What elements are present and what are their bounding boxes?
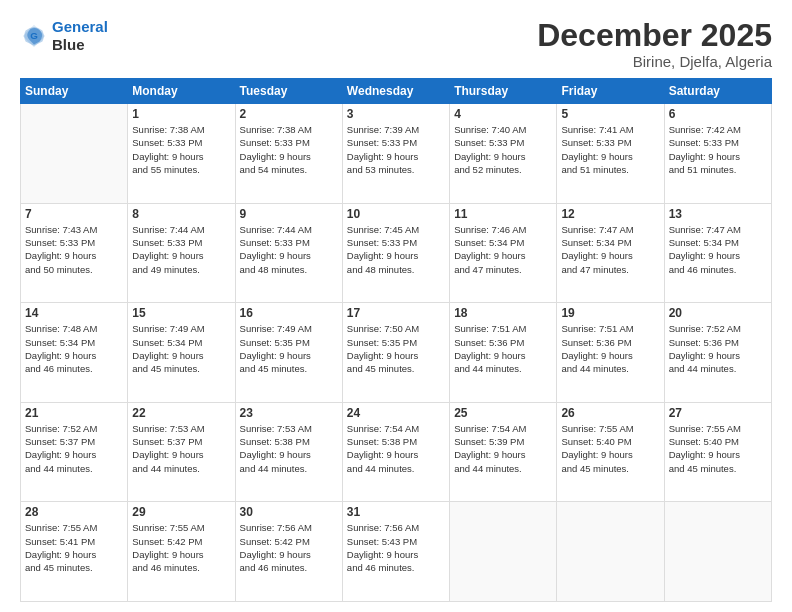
table-row: 15Sunrise: 7:49 AM Sunset: 5:34 PM Dayli… [128, 303, 235, 403]
title-block: December 2025 Birine, Djelfa, Algeria [537, 18, 772, 70]
table-row: 2Sunrise: 7:38 AM Sunset: 5:33 PM Daylig… [235, 104, 342, 204]
table-row: 26Sunrise: 7:55 AM Sunset: 5:40 PM Dayli… [557, 402, 664, 502]
table-row: 27Sunrise: 7:55 AM Sunset: 5:40 PM Dayli… [664, 402, 771, 502]
table-row: 28Sunrise: 7:55 AM Sunset: 5:41 PM Dayli… [21, 502, 128, 602]
table-row: 21Sunrise: 7:52 AM Sunset: 5:37 PM Dayli… [21, 402, 128, 502]
table-row: 30Sunrise: 7:56 AM Sunset: 5:42 PM Dayli… [235, 502, 342, 602]
table-row: 8Sunrise: 7:44 AM Sunset: 5:33 PM Daylig… [128, 203, 235, 303]
logo-text: General Blue [52, 18, 108, 54]
table-row [21, 104, 128, 204]
col-friday: Friday [557, 79, 664, 104]
col-wednesday: Wednesday [342, 79, 449, 104]
table-row: 29Sunrise: 7:55 AM Sunset: 5:42 PM Dayli… [128, 502, 235, 602]
table-row: 20Sunrise: 7:52 AM Sunset: 5:36 PM Dayli… [664, 303, 771, 403]
table-row: 25Sunrise: 7:54 AM Sunset: 5:39 PM Dayli… [450, 402, 557, 502]
table-row: 18Sunrise: 7:51 AM Sunset: 5:36 PM Dayli… [450, 303, 557, 403]
table-row: 9Sunrise: 7:44 AM Sunset: 5:33 PM Daylig… [235, 203, 342, 303]
table-row: 23Sunrise: 7:53 AM Sunset: 5:38 PM Dayli… [235, 402, 342, 502]
page: G General Blue December 2025 Birine, Dje… [0, 0, 792, 612]
table-row: 1Sunrise: 7:38 AM Sunset: 5:33 PM Daylig… [128, 104, 235, 204]
table-row: 13Sunrise: 7:47 AM Sunset: 5:34 PM Dayli… [664, 203, 771, 303]
table-row: 17Sunrise: 7:50 AM Sunset: 5:35 PM Dayli… [342, 303, 449, 403]
table-row: 6Sunrise: 7:42 AM Sunset: 5:33 PM Daylig… [664, 104, 771, 204]
table-row: 31Sunrise: 7:56 AM Sunset: 5:43 PM Dayli… [342, 502, 449, 602]
col-monday: Monday [128, 79, 235, 104]
table-row: 22Sunrise: 7:53 AM Sunset: 5:37 PM Dayli… [128, 402, 235, 502]
table-row [557, 502, 664, 602]
logo: G General Blue [20, 18, 108, 54]
table-row: 19Sunrise: 7:51 AM Sunset: 5:36 PM Dayli… [557, 303, 664, 403]
table-row: 10Sunrise: 7:45 AM Sunset: 5:33 PM Dayli… [342, 203, 449, 303]
svg-text:G: G [30, 30, 38, 41]
calendar-subtitle: Birine, Djelfa, Algeria [537, 53, 772, 70]
col-sunday: Sunday [21, 79, 128, 104]
table-row [664, 502, 771, 602]
col-tuesday: Tuesday [235, 79, 342, 104]
table-row: 7Sunrise: 7:43 AM Sunset: 5:33 PM Daylig… [21, 203, 128, 303]
col-saturday: Saturday [664, 79, 771, 104]
col-thursday: Thursday [450, 79, 557, 104]
table-row [450, 502, 557, 602]
calendar-table: Sunday Monday Tuesday Wednesday Thursday… [20, 78, 772, 602]
table-row: 3Sunrise: 7:39 AM Sunset: 5:33 PM Daylig… [342, 104, 449, 204]
logo-icon: G [20, 22, 48, 50]
table-row: 12Sunrise: 7:47 AM Sunset: 5:34 PM Dayli… [557, 203, 664, 303]
table-row: 4Sunrise: 7:40 AM Sunset: 5:33 PM Daylig… [450, 104, 557, 204]
calendar-header-row: Sunday Monday Tuesday Wednesday Thursday… [21, 79, 772, 104]
table-row: 14Sunrise: 7:48 AM Sunset: 5:34 PM Dayli… [21, 303, 128, 403]
table-row: 5Sunrise: 7:41 AM Sunset: 5:33 PM Daylig… [557, 104, 664, 204]
calendar-title: December 2025 [537, 18, 772, 53]
table-row: 24Sunrise: 7:54 AM Sunset: 5:38 PM Dayli… [342, 402, 449, 502]
header: G General Blue December 2025 Birine, Dje… [20, 18, 772, 70]
table-row: 16Sunrise: 7:49 AM Sunset: 5:35 PM Dayli… [235, 303, 342, 403]
table-row: 11Sunrise: 7:46 AM Sunset: 5:34 PM Dayli… [450, 203, 557, 303]
